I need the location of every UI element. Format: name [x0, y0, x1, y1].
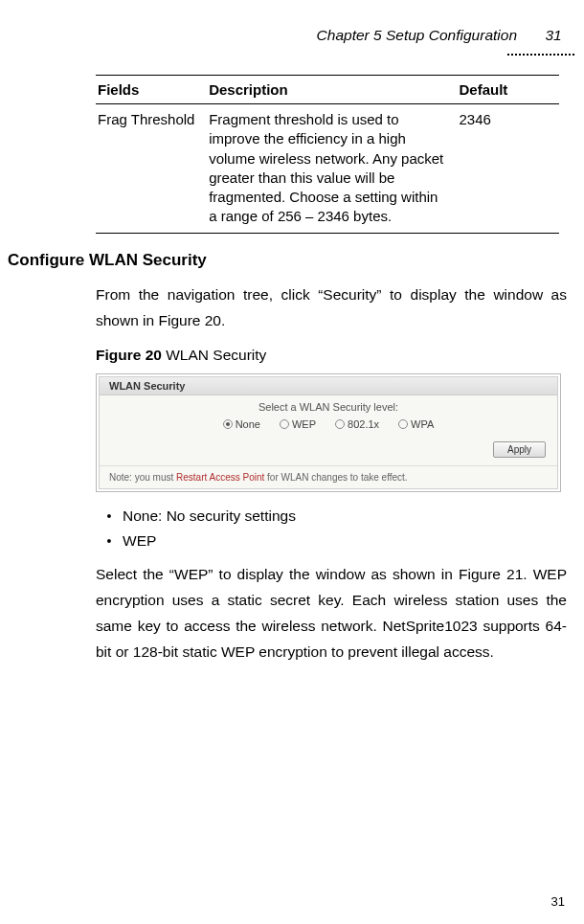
note-prefix: Note: you must	[109, 472, 176, 483]
table-row: Frag Threshold Fragment threshold is use…	[96, 104, 559, 234]
page-number-top: 31	[534, 27, 573, 52]
apply-button[interactable]: Apply	[493, 441, 546, 458]
radio-icon	[398, 419, 408, 429]
cell-default: 2346	[458, 104, 559, 234]
figure-radio-group: None WEP 802.1x WPA	[100, 415, 557, 438]
page-number-bottom: 31	[551, 894, 565, 909]
radio-label: WEP	[292, 418, 316, 430]
radio-icon	[280, 419, 289, 429]
radio-wpa[interactable]: WPA	[398, 418, 434, 430]
radio-none[interactable]: None	[223, 418, 260, 430]
radio-icon	[223, 419, 233, 429]
radio-8021x[interactable]: 802.1x	[335, 418, 379, 430]
radio-label: WPA	[411, 418, 434, 430]
th-default: Default	[458, 76, 559, 104]
figure-20: WLAN Security Select a WLAN Security lev…	[96, 373, 561, 492]
figure-select-label: Select a WLAN Security level:	[258, 401, 398, 413]
cell-field: Frag Threshold	[96, 104, 207, 234]
section-heading: Configure WLAN Security	[8, 251, 576, 270]
cell-description: Fragment threshold is used to improve th…	[207, 104, 457, 234]
figure-caption: Figure 20 WLAN Security	[96, 347, 567, 364]
figure-label-bold: Figure 20	[96, 347, 162, 363]
radio-icon	[335, 419, 345, 429]
list-item: None: No security settings	[96, 507, 567, 525]
radio-label: 802.1x	[348, 418, 379, 430]
list-item: WEP	[96, 532, 567, 550]
th-description: Description	[207, 76, 457, 104]
list-item-text: WEP	[123, 532, 156, 550]
note-link[interactable]: Restart Access Point	[176, 472, 264, 483]
note-suffix: for WLAN changes to take effect.	[264, 472, 407, 483]
th-fields: Fields	[96, 76, 207, 104]
figure-panel-title: WLAN Security	[100, 377, 557, 395]
bullet-icon	[96, 532, 123, 550]
figure-label-rest: WLAN Security	[162, 347, 266, 363]
page-content: Fields Description Default Frag Threshol…	[0, 75, 584, 665]
intro-paragraph: From the navigation tree, click “Securit…	[96, 282, 567, 333]
fields-table: Fields Description Default Frag Threshol…	[96, 75, 559, 234]
figure-note: Note: you must Restart Access Point for …	[100, 465, 557, 488]
list-item-text: None: No security settings	[123, 507, 296, 525]
bullet-icon	[96, 507, 123, 525]
radio-label: None	[236, 418, 260, 430]
bullet-list: None: No security settings WEP	[96, 507, 567, 550]
table-header-row: Fields Description Default	[96, 76, 559, 104]
page-header: Chapter 5 Setup Configuration 31	[0, 27, 584, 52]
wep-paragraph: Select the “WEP” to display the window a…	[96, 561, 567, 665]
radio-wep[interactable]: WEP	[280, 418, 316, 430]
chapter-title: Chapter 5 Setup Configuration	[317, 27, 517, 44]
